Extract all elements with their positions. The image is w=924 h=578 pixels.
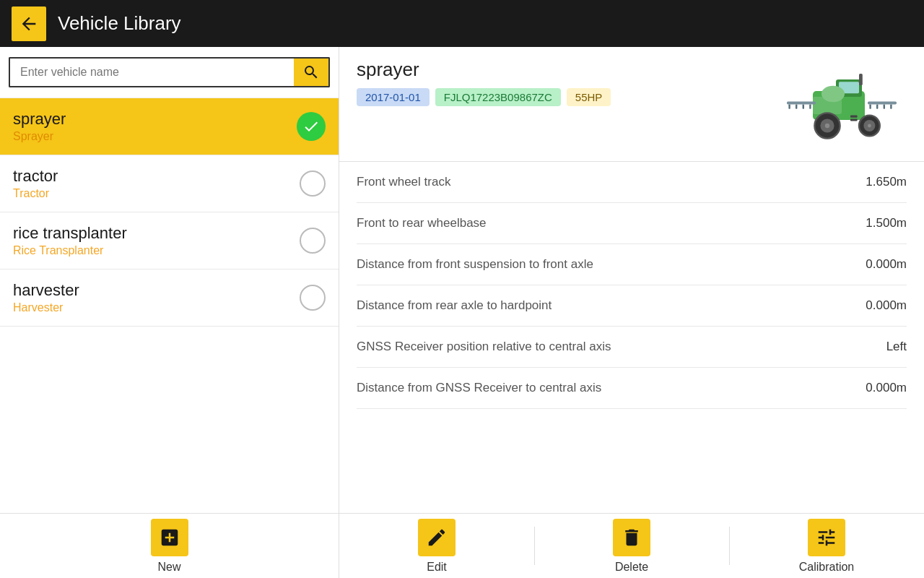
svg-rect-3 xyxy=(859,74,863,85)
edit-button[interactable]: Edit xyxy=(339,519,534,574)
detail-footer: Edit Delete Calibration xyxy=(339,513,924,578)
vehicle-sidebar: sprayer Sprayer tractor Tractor xyxy=(0,47,339,578)
vehicle-item-harvester[interactable]: harvester Harvester xyxy=(0,269,339,327)
selected-check-sprayer xyxy=(297,112,326,141)
svg-rect-14 xyxy=(890,104,892,108)
detail-tags: 2017-01-01 FJLQ17223B09867ZC 55HP xyxy=(357,88,611,106)
prop-value-front-wheel-track: 1.650m xyxy=(866,175,907,189)
vehicle-item-sprayer[interactable]: sprayer Sprayer xyxy=(0,98,339,155)
svg-rect-10 xyxy=(809,104,811,108)
prop-value-rear-axle: 0.000m xyxy=(866,298,907,313)
calibration-button[interactable]: Calibration xyxy=(729,519,924,574)
vehicle-type-harvester: Harvester xyxy=(13,301,79,314)
prop-gnss-position: GNSS Receiver position relative to centr… xyxy=(357,327,907,368)
svg-point-17 xyxy=(825,124,829,128)
prop-value-front-suspension: 0.000m xyxy=(866,257,907,272)
search-bar xyxy=(0,47,339,98)
vehicle-name-tractor: tractor xyxy=(13,167,58,186)
prop-gnss-distance: Distance from GNSS Receiver to central a… xyxy=(357,368,907,409)
vehicle-name-rice-transplanter: rice transplanter xyxy=(13,224,127,243)
vehicle-type-sprayer: Sprayer xyxy=(13,130,66,143)
sidebar-footer: New xyxy=(0,513,339,578)
vehicle-name-harvester: harvester xyxy=(13,281,79,300)
svg-rect-7 xyxy=(788,104,790,108)
svg-rect-11 xyxy=(869,104,871,108)
svg-rect-13 xyxy=(884,104,885,108)
svg-rect-5 xyxy=(787,101,816,104)
svg-point-21 xyxy=(821,86,845,102)
vehicle-item-tractor[interactable]: tractor Tractor xyxy=(0,155,339,212)
tag-hp: 55HP xyxy=(567,88,611,106)
prop-value-gnss-position: Left xyxy=(886,340,907,354)
main-layout: sprayer Sprayer tractor Tractor xyxy=(0,47,924,578)
radio-rice-transplanter xyxy=(300,228,326,254)
prop-label-gnss-distance: Distance from GNSS Receiver to central a… xyxy=(357,381,601,395)
back-button[interactable] xyxy=(12,7,46,41)
edit-icon-box xyxy=(418,519,456,556)
new-vehicle-button[interactable]: New xyxy=(151,519,188,574)
prop-front-wheel-track: Front wheel track 1.650m xyxy=(357,162,907,203)
search-button[interactable] xyxy=(294,57,330,87)
prop-rear-axle: Distance from rear axle to hardpoint 0.0… xyxy=(357,285,907,327)
calibration-icon-box xyxy=(808,519,845,556)
new-vehicle-label: New xyxy=(157,561,180,574)
delete-label: Delete xyxy=(615,561,648,574)
detail-panel: sprayer 2017-01-01 FJLQ17223B09867ZC 55H… xyxy=(339,47,924,578)
prop-label-front-suspension: Distance from front suspension to front … xyxy=(357,257,593,272)
search-input[interactable] xyxy=(9,57,294,87)
prop-wheelbase: Front to rear wheelbase 1.500m xyxy=(357,203,907,244)
vehicle-image xyxy=(777,59,907,152)
prop-label-gnss-position: GNSS Receiver position relative to centr… xyxy=(357,340,611,354)
vehicle-type-rice-transplanter: Rice Transplanter xyxy=(13,244,127,257)
tag-serial: FJLQ17223B09867ZC xyxy=(435,88,561,106)
vehicle-type-tractor: Tractor xyxy=(13,187,58,200)
svg-rect-22 xyxy=(850,116,858,118)
app-header: Vehicle Library xyxy=(0,0,924,47)
radio-harvester xyxy=(300,285,326,311)
prop-label-front-wheel-track: Front wheel track xyxy=(357,175,450,189)
detail-header: sprayer 2017-01-01 FJLQ17223B09867ZC 55H… xyxy=(339,47,924,162)
svg-rect-12 xyxy=(876,104,878,108)
calibration-label: Calibration xyxy=(799,561,854,574)
svg-rect-6 xyxy=(868,101,897,104)
prop-value-gnss-distance: 0.000m xyxy=(866,381,907,395)
page-title: Vehicle Library xyxy=(58,12,181,35)
delete-button[interactable]: Delete xyxy=(534,519,729,574)
detail-properties: Front wheel track 1.650m Front to rear w… xyxy=(339,162,924,513)
radio-tractor xyxy=(300,171,326,197)
edit-label: Edit xyxy=(427,561,447,574)
vehicle-item-rice-transplanter[interactable]: rice transplanter Rice Transplanter xyxy=(0,212,339,269)
tag-date: 2017-01-01 xyxy=(357,88,430,106)
vehicle-name-sprayer: sprayer xyxy=(13,110,66,129)
prop-label-wheelbase: Front to rear wheelbase xyxy=(357,216,487,230)
prop-front-suspension: Distance from front suspension to front … xyxy=(357,244,907,285)
prop-value-wheelbase: 1.500m xyxy=(866,216,907,230)
svg-point-20 xyxy=(868,124,871,128)
delete-icon-box xyxy=(613,519,650,556)
prop-label-rear-axle: Distance from rear axle to hardpoint xyxy=(357,298,552,313)
vehicle-list: sprayer Sprayer tractor Tractor xyxy=(0,98,339,513)
svg-rect-23 xyxy=(850,118,858,121)
svg-rect-8 xyxy=(796,104,797,108)
detail-title: sprayer xyxy=(357,59,611,81)
new-vehicle-icon-box xyxy=(151,519,188,556)
svg-rect-9 xyxy=(803,104,804,108)
